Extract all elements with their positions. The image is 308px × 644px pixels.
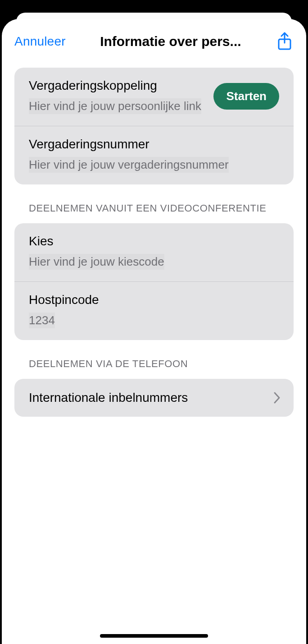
section-video-conference-card: Kies Hier vind je jouw kiescode Hostpinc… [14, 223, 294, 340]
meeting-link-value: Hier vind je jouw persoonlijke link [29, 98, 201, 114]
meeting-link-title: Vergaderingskoppeling [29, 78, 201, 93]
section-video-conference-header: DEELNEMEN VANUIT EEN VIDEOCONFERENTIE [14, 202, 294, 223]
meeting-number-value: Hier vind je jouw vergaderingsnummer [29, 157, 229, 173]
host-pin-value: 1234 [29, 313, 55, 328]
meeting-number-title: Vergaderingsnummer [29, 137, 279, 152]
chevron-right-icon [273, 391, 281, 405]
page-title: Informatie over pers... [66, 34, 276, 49]
nav-bar: Annuleer Informatie over pers... [2, 19, 306, 61]
section-phone-header: DEELNEMEN VIA DE TELEFOON [14, 358, 294, 379]
share-button[interactable] [276, 32, 294, 51]
intl-numbers-title: Internationale inbelnummers [29, 391, 188, 405]
row-meeting-link[interactable]: Vergaderingskoppeling Hier vind je jouw … [14, 68, 294, 126]
modal-sheet: Annuleer Informatie over pers... Vergade… [2, 19, 306, 644]
content: Vergaderingskoppeling Hier vind je jouw … [2, 61, 306, 417]
row-host-pin[interactable]: Hostpincode 1234 [14, 281, 294, 340]
row-dial[interactable]: Kies Hier vind je jouw kiescode [14, 223, 294, 281]
dial-value: Hier vind je jouw kiescode [29, 254, 164, 270]
host-pin-title: Hostpincode [29, 293, 279, 307]
dial-title: Kies [29, 234, 279, 248]
cancel-button[interactable]: Annuleer [14, 34, 66, 49]
row-intl-numbers[interactable]: Internationale inbelnummers [14, 379, 294, 417]
section-phone: DEELNEMEN VIA DE TELEFOON Internationale… [14, 358, 294, 417]
section-meeting-info: Vergaderingskoppeling Hier vind je jouw … [14, 68, 294, 184]
share-icon [277, 32, 292, 51]
row-meeting-number[interactable]: Vergaderingsnummer Hier vind je jouw ver… [14, 126, 294, 184]
section-video-conference: DEELNEMEN VANUIT EEN VIDEOCONFERENTIE Ki… [14, 202, 294, 340]
section-phone-card: Internationale inbelnummers [14, 379, 294, 417]
section-meeting-info-card: Vergaderingskoppeling Hier vind je jouw … [14, 68, 294, 184]
home-indicator [100, 634, 208, 638]
start-button[interactable]: Starten [213, 83, 279, 110]
